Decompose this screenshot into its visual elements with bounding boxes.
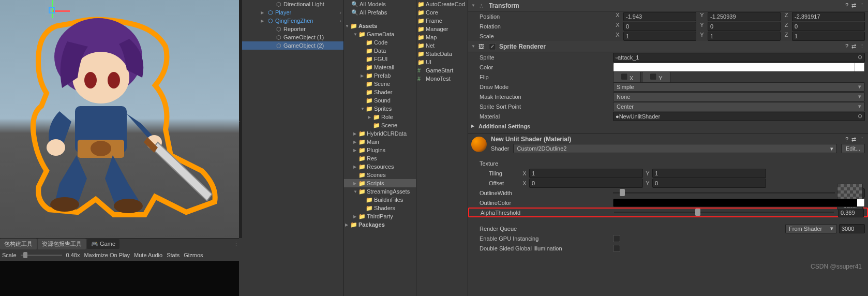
scale-x[interactable]: 1 (623, 32, 696, 41)
asset-item-12[interactable]: ▶📁HybridCLRData (344, 129, 416, 138)
folder-content-panel[interactable]: 📁AutoCreateCod📁Core📁Frame📁Manager📁Map📁Ne… (416, 0, 468, 296)
hierarchy-item-0[interactable]: ⬡Directional Light (242, 0, 343, 8)
material-field[interactable]: ●NewUnlitShader (613, 112, 865, 121)
sprite-field[interactable]: ▫attack_1 (613, 53, 865, 62)
asset-item-8[interactable]: 📁Sound (344, 96, 416, 105)
packages-root[interactable]: ▶📁Packages (344, 220, 416, 229)
asset-item-1[interactable]: 📁Code (344, 38, 416, 47)
folder-item-5[interactable]: 📁Net (416, 41, 468, 50)
pkg-build-btn[interactable]: 包构建工具 (0, 239, 37, 249)
asset-item-0[interactable]: ▼📁GameData (344, 30, 416, 38)
hierarchy-item-4[interactable]: ⬡GameObject (1) (242, 33, 343, 41)
asset-item-2[interactable]: 📁Data (344, 47, 416, 55)
asset-item-5[interactable]: ▶📁Prefab (344, 71, 416, 80)
asset-item-17[interactable]: 📁Scenes (344, 171, 416, 179)
menu-icon[interactable]: ⋮ (859, 136, 865, 143)
position-y[interactable]: -1.250939 (708, 12, 781, 21)
menu-icon[interactable]: ⋮ (859, 43, 865, 50)
asset-item-4[interactable]: 📁Materail (344, 63, 416, 71)
transform-header[interactable]: ▼ ⛬ Transform ?⇄⋮ (468, 0, 868, 11)
asset-item-21[interactable]: 📁Shaders (344, 204, 416, 212)
outline-width-slider[interactable] (613, 192, 835, 194)
scale-y[interactable]: 1 (708, 32, 781, 41)
folder-item-6[interactable]: 📁StaticData (416, 50, 468, 58)
rotation-y[interactable]: 0 (708, 22, 781, 31)
rotation-x[interactable]: 0 (623, 22, 696, 31)
render-queue-value[interactable]: 3000 (839, 224, 865, 233)
additional-settings[interactable]: Additional Settings (478, 123, 530, 129)
scale-slider[interactable] (21, 255, 62, 256)
tiling-x[interactable]: 1 (529, 169, 643, 178)
scene-view[interactable]: 包构建工具 资源包报告工具 🎮 Game ⋮ Scale 0.48x Maxim… (0, 0, 239, 296)
preset-icon[interactable]: ⇄ (851, 136, 856, 143)
folder-item-9[interactable]: #MonoTest (416, 75, 468, 83)
pkg-report-btn[interactable]: 资源包报告工具 (38, 239, 86, 249)
asset-item-20[interactable]: 📁BuildinFiles (344, 196, 416, 204)
folder-item-0[interactable]: 📁AutoCreateCod (416, 0, 468, 8)
help-icon[interactable]: ? (845, 2, 848, 9)
hierarchy-item-2[interactable]: ▶⬡QingFengZhen› (242, 17, 343, 25)
project-panel[interactable]: 🔍All Models 🔍All Prefabs ▼📁Assets ▼📁Game… (343, 0, 416, 296)
tiling-y[interactable]: 1 (652, 169, 766, 178)
help-icon[interactable]: ? (845, 136, 848, 143)
asset-item-16[interactable]: ▶📁Resources (344, 162, 416, 171)
offset-y[interactable]: 0 (652, 179, 766, 188)
alpha-slider[interactable] (614, 212, 834, 213)
stats-toggle[interactable]: Stats (167, 252, 179, 258)
panel-divider[interactable] (239, 0, 242, 238)
asset-item-6[interactable]: 📁Scene (344, 80, 416, 88)
outline-color-field[interactable] (613, 199, 865, 207)
asset-item-22[interactable]: ▶📁ThirdParty (344, 212, 416, 220)
flip-y[interactable]: Y (642, 71, 670, 83)
shader-dropdown[interactable]: Custom/2DOutline2 (513, 144, 836, 153)
position-x[interactable]: -1.943 (623, 12, 696, 21)
folder-item-1[interactable]: 📁Core (416, 8, 468, 17)
asset-item-15[interactable]: 📁Res (344, 154, 416, 162)
folder-item-4[interactable]: 📁Map (416, 33, 468, 41)
sort-dd[interactable]: Center (613, 102, 865, 111)
menu-icon[interactable]: ⋮ (859, 2, 865, 9)
render-queue-dd[interactable]: From Shader (785, 224, 837, 233)
search-all-models[interactable]: 🔍All Models (344, 0, 416, 8)
rotation-z[interactable]: 0 (792, 22, 865, 31)
draw-mode-dd[interactable]: Simple (613, 82, 865, 92)
color-field[interactable] (613, 63, 865, 72)
assets-root[interactable]: ▼📁Assets (344, 22, 416, 30)
help-icon[interactable]: ? (845, 43, 848, 50)
folder-item-7[interactable]: 📁UI (416, 58, 468, 66)
asset-item-10[interactable]: ▶📁Role (344, 113, 416, 121)
preset-icon[interactable]: ⇄ (851, 2, 856, 9)
maximize-toggle[interactable]: Maximize On Play (84, 252, 130, 258)
edit-shader-btn[interactable]: Edit... (841, 144, 865, 153)
double-sided-cb[interactable] (613, 245, 620, 252)
asset-item-7[interactable]: 📁Shader (344, 88, 416, 96)
gpu-instancing-cb[interactable] (613, 235, 620, 242)
asset-item-9[interactable]: ▼📁Sprites (344, 105, 416, 113)
asset-item-13[interactable]: ▶📁Main (344, 138, 416, 146)
hierarchy-item-1[interactable]: ▶⬡Player› (242, 8, 343, 17)
folder-item-8[interactable]: #GameStart (416, 66, 468, 75)
hierarchy-panel[interactable]: ⬡Directional Light▶⬡Player›▶⬡QingFengZhe… (242, 0, 343, 296)
scale-z[interactable]: 1 (792, 32, 865, 41)
inspector-panel[interactable]: ▼ ⛬ Transform ?⇄⋮ Position X-1.943 Y-1.2… (468, 0, 868, 296)
folder-item-3[interactable]: 📁Manager (416, 25, 468, 33)
mask-dd[interactable]: None (613, 92, 865, 101)
game-tab[interactable]: 🎮 Game (87, 239, 119, 249)
asset-item-3[interactable]: 📁FGUI (344, 55, 416, 63)
sprite-renderer-header[interactable]: ▼ 🖼 Sprite Renderer ?⇄⋮ (468, 41, 868, 52)
preset-icon[interactable]: ⇄ (851, 43, 856, 50)
asset-item-19[interactable]: ▼📁StreamingAssets (344, 187, 416, 196)
search-all-prefabs[interactable]: 🔍All Prefabs (344, 8, 416, 17)
sprite-renderer-enable[interactable] (489, 43, 496, 50)
offset-x[interactable]: 0 (529, 179, 643, 188)
asset-item-11[interactable]: 📁Scene (344, 121, 416, 129)
hierarchy-item-5[interactable]: ⬡GameObject (2) (242, 41, 343, 50)
asset-item-18[interactable]: ▶📁Scripts (344, 179, 416, 187)
position-z[interactable]: -2.391917 (792, 12, 865, 21)
asset-item-14[interactable]: ▶📁Plugins (344, 146, 416, 154)
folder-item-2[interactable]: 📁Frame (416, 17, 468, 25)
flip-x[interactable]: X (613, 71, 641, 83)
gizmos-toggle[interactable]: Gizmos (184, 252, 203, 258)
hierarchy-item-3[interactable]: ⬡Reporter (242, 25, 343, 33)
mute-toggle[interactable]: Mute Audio (134, 252, 162, 258)
